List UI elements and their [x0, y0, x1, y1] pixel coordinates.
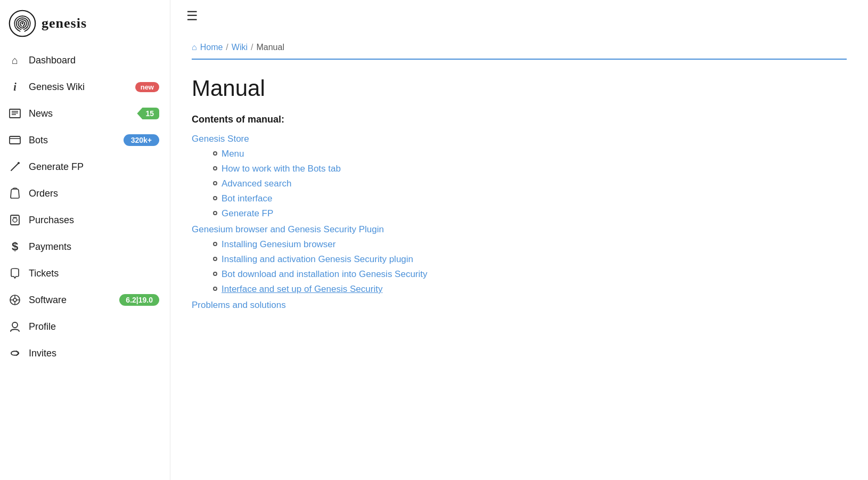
toc-subitem-advanced-search: Advanced search [213, 178, 847, 189]
bots-count-badge: 320k+ [124, 134, 159, 146]
svg-point-18 [12, 322, 18, 328]
svg-rect-9 [11, 215, 19, 225]
toc-subitem-bot-interface: Bot interface [213, 193, 847, 204]
sidebar-item-generate-fp[interactable]: Generate FP [0, 153, 170, 180]
bullet-icon [213, 166, 217, 170]
svg-rect-6 [10, 136, 20, 144]
bullet-icon [213, 287, 217, 291]
toc-link-installing-genesium[interactable]: Installing Genesium browser [222, 239, 335, 250]
bullet-icon [213, 257, 217, 261]
sidebar-item-payments[interactable]: $ Payments [0, 233, 170, 260]
content-area: ⌂ Home / Wiki / Manual Manual Contents o… [170, 32, 868, 337]
toc-link-advanced-search[interactable]: Advanced search [222, 178, 291, 189]
page-title: Manual [192, 76, 847, 101]
sidebar-item-label: Genesis Wiki [29, 82, 128, 93]
toc-link-interface-setup[interactable]: Interface and set up of Genesis Security [222, 284, 382, 295]
profile-icon [9, 320, 21, 333]
sidebar-item-news[interactable]: News 15 [0, 100, 170, 127]
sidebar-item-genesis-wiki[interactable]: i Genesis Wiki new [0, 74, 170, 100]
svg-point-8 [18, 162, 20, 164]
svg-point-10 [13, 218, 17, 222]
generate-fp-icon [9, 160, 21, 173]
bullet-icon [213, 272, 217, 276]
info-icon: i [9, 80, 21, 93]
toc-link-bot-download[interactable]: Bot download and installation into Genes… [222, 269, 428, 280]
bots-icon [9, 134, 21, 147]
sidebar-item-label: Orders [29, 188, 159, 199]
sidebar-item-orders[interactable]: Orders [0, 180, 170, 207]
contents-heading: Contents of manual: [192, 114, 847, 125]
purchases-icon [9, 214, 21, 226]
toc-subitem-menu: Menu [213, 149, 847, 159]
sidebar-item-label: Generate FP [29, 161, 159, 173]
sidebar-item-label: Dashboard [29, 55, 159, 66]
breadcrumb-wiki-link[interactable]: Wiki [232, 43, 248, 52]
svg-point-1 [21, 22, 23, 24]
logo-text: genesis [42, 15, 87, 31]
toc-item-3: Problems and solutions [192, 300, 847, 311]
tickets-icon [9, 267, 21, 280]
toc-link-installing-genesis-security[interactable]: Installing and activation Genesis Securi… [222, 254, 413, 265]
sidebar-item-purchases[interactable]: Purchases [0, 207, 170, 233]
breadcrumb-sep-1: / [226, 43, 228, 52]
hamburger-menu-icon[interactable]: ☰ [186, 9, 198, 23]
bullet-icon [213, 196, 217, 200]
breadcrumb-sep-2: / [251, 43, 253, 52]
toc-sublist-2: Installing Genesium browser Installing a… [192, 239, 847, 295]
toc-link-bots-tab[interactable]: How to work with the Bots tab [222, 164, 341, 174]
sidebar-item-label: Purchases [29, 215, 159, 226]
toc-link-generate-fp[interactable]: Generate FP [222, 208, 273, 219]
toc-link-genesium[interactable]: Genesium browser and Genesis Security Pl… [192, 224, 384, 234]
sidebar-item-profile[interactable]: Profile [0, 313, 170, 340]
nav-list: ⌂ Dashboard i Genesis Wiki new News 15 B… [0, 47, 170, 377]
toc-subitem-interface-setup: Interface and set up of Genesis Security [213, 284, 847, 295]
bullet-icon [213, 242, 217, 246]
toc-link-menu[interactable]: Menu [222, 149, 244, 159]
logo-area: genesis [0, 0, 170, 47]
orders-icon [9, 187, 21, 200]
sidebar-item-label: Software [29, 295, 112, 306]
toc-item-1: Genesis Store Menu How to work with the … [192, 134, 847, 219]
payments-icon: $ [9, 240, 21, 253]
software-badge: 6.2|19.0 [119, 294, 159, 306]
invites-icon [9, 347, 21, 360]
sidebar-item-invites[interactable]: Invites [0, 340, 170, 367]
sidebar-item-label: Profile [29, 321, 159, 332]
news-count-badge: 15 [137, 108, 159, 119]
sidebar-item-label: News [29, 108, 129, 119]
toc-subitem-installing-genesium: Installing Genesium browser [213, 239, 847, 250]
sidebar-item-label: Invites [29, 348, 159, 359]
dashboard-icon: ⌂ [9, 54, 21, 67]
contents-section: Contents of manual: Genesis Store Menu H… [192, 114, 847, 311]
svg-rect-2 [10, 109, 20, 118]
toc-subitem-bots-tab: How to work with the Bots tab [213, 164, 847, 174]
sidebar-item-software[interactable]: Software 6.2|19.0 [0, 287, 170, 313]
home-icon: ⌂ [192, 43, 197, 52]
toc-link-genesis-store[interactable]: Genesis Store [192, 134, 249, 144]
sidebar-item-tickets[interactable]: Tickets [0, 260, 170, 287]
toc-link-problems[interactable]: Problems and solutions [192, 300, 286, 310]
bullet-icon [213, 151, 217, 156]
breadcrumb-home-link[interactable]: Home [200, 43, 223, 52]
toc-list: Genesis Store Menu How to work with the … [192, 134, 847, 311]
new-badge: new [135, 82, 159, 92]
sidebar-item-label: Tickets [29, 268, 159, 279]
bullet-icon [213, 181, 217, 185]
svg-point-13 [13, 298, 17, 302]
toc-item-2: Genesium browser and Genesis Security Pl… [192, 224, 847, 295]
toc-sublist-1: Menu How to work with the Bots tab Advan… [192, 149, 847, 219]
software-icon [9, 294, 21, 306]
fingerprint-logo-icon [9, 10, 36, 37]
toc-subitem-bot-download: Bot download and installation into Genes… [213, 269, 847, 280]
news-icon [9, 107, 21, 120]
main-content: ☰ ⌂ Home / Wiki / Manual Manual Contents… [170, 0, 868, 480]
bullet-icon [213, 211, 217, 215]
topbar: ☰ [170, 0, 868, 32]
toc-subitem-installing-genesis-security: Installing and activation Genesis Securi… [213, 254, 847, 265]
sidebar-item-label: Payments [29, 241, 159, 253]
sidebar-item-bots[interactable]: Bots 320k+ [0, 127, 170, 153]
sidebar-item-label: Bots [29, 135, 116, 146]
toc-link-bot-interface[interactable]: Bot interface [222, 193, 272, 204]
sidebar-item-dashboard[interactable]: ⌂ Dashboard [0, 47, 170, 74]
breadcrumb-current: Manual [256, 43, 284, 52]
